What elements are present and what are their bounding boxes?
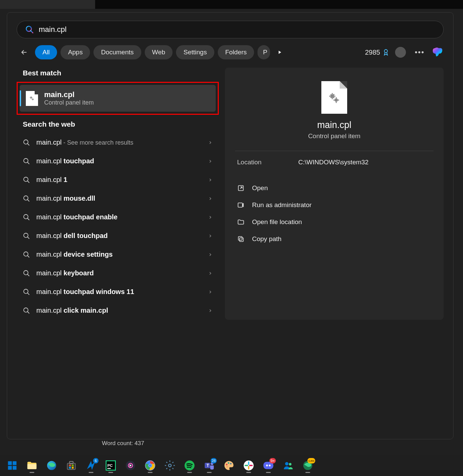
svg-point-60 — [228, 462, 229, 464]
tab-settings[interactable]: Settings — [176, 45, 214, 59]
web-result-row[interactable]: main.cpl touchpad windows 11 — [17, 282, 219, 301]
start-search-panel: All Apps Documents Web Settings Folders … — [7, 12, 453, 439]
svg-line-14 — [28, 218, 30, 220]
best-match-heading: Best match — [23, 69, 219, 77]
location-value: C:\WINDOWS\system32 — [298, 159, 369, 166]
svg-rect-29 — [239, 238, 243, 241]
taskbar-edge-canary[interactable]: CAN — [300, 457, 316, 474]
svg-point-19 — [24, 270, 28, 275]
svg-point-5 — [24, 140, 28, 144]
svg-point-13 — [24, 214, 28, 219]
chevron-right-icon — [208, 252, 213, 257]
tab-more-partial[interactable]: P — [257, 45, 270, 59]
svg-point-62 — [226, 466, 228, 468]
svg-rect-65 — [245, 465, 248, 466]
web-result-text: main.cpl touchpad enable — [36, 213, 208, 221]
window-titlebar-left — [0, 0, 95, 9]
taskbar-edge[interactable] — [43, 457, 60, 474]
svg-point-26 — [335, 98, 338, 102]
search-input[interactable] — [39, 25, 435, 34]
svg-rect-35 — [28, 464, 37, 469]
web-result-text: main.cpl touchpad — [36, 157, 208, 165]
tab-documents[interactable]: Documents — [93, 45, 141, 59]
taskbar-media[interactable] — [122, 457, 139, 474]
user-avatar[interactable] — [395, 47, 406, 58]
web-result-row[interactable]: main.cpl mouse.dll — [17, 189, 219, 208]
svg-point-3 — [30, 97, 32, 98]
action-label: Run as administrator — [252, 201, 311, 209]
search-web-heading: Search the web — [23, 120, 219, 128]
web-result-row[interactable]: main.cpl dell touchpad — [17, 226, 219, 245]
web-result-row[interactable]: main.cpl keyboard — [17, 264, 219, 282]
web-result-row[interactable]: main.cpl - See more search results — [17, 133, 219, 152]
location-label: Location — [237, 159, 298, 166]
web-result-row[interactable]: main.cpl 1 — [17, 170, 219, 189]
web-result-row[interactable]: main.cpl touchpad enable — [17, 208, 219, 226]
svg-line-6 — [28, 143, 30, 145]
taskbar-chrome[interactable] — [142, 457, 158, 474]
taskbar-pycharm[interactable]: PC — [103, 457, 119, 474]
svg-rect-46 — [107, 468, 111, 469]
svg-point-7 — [24, 158, 28, 163]
search-box[interactable] — [17, 21, 444, 38]
action-run-admin[interactable]: Run as administrator — [235, 197, 433, 214]
copy-icon — [237, 235, 245, 243]
web-result-row[interactable]: main.cpl touchpad — [17, 152, 219, 170]
search-icon — [23, 232, 30, 240]
best-match-title: main.cpl — [44, 90, 94, 99]
start-button[interactable] — [4, 457, 20, 474]
svg-rect-28 — [238, 203, 243, 207]
preview-file-icon — [321, 81, 347, 114]
chevron-right-icon — [208, 215, 213, 220]
taskbar-store[interactable] — [63, 457, 79, 474]
taskbar-slack[interactable] — [241, 457, 257, 474]
search-icon — [23, 176, 30, 184]
copilot-icon[interactable] — [431, 46, 444, 58]
tab-folders[interactable]: Folders — [218, 45, 254, 59]
svg-line-1 — [31, 31, 33, 33]
svg-point-70 — [269, 464, 270, 466]
scroll-tabs-right-icon[interactable] — [273, 50, 286, 55]
svg-point-72 — [289, 463, 292, 466]
tab-web[interactable]: Web — [145, 45, 173, 59]
action-open-location[interactable]: Open file location — [235, 214, 433, 231]
web-result-text: main.cpl mouse.dll — [36, 195, 208, 202]
taskbar-teams[interactable]: T28 — [201, 457, 217, 474]
back-button[interactable] — [17, 46, 32, 58]
taskbar-app-blue[interactable]: 6 — [83, 457, 99, 474]
taskbar-settings[interactable] — [162, 457, 178, 474]
svg-point-15 — [24, 233, 28, 237]
rewards-icon — [382, 49, 390, 56]
svg-point-21 — [24, 289, 28, 293]
taskbar-explorer[interactable] — [24, 457, 40, 474]
svg-point-71 — [285, 462, 288, 465]
web-result-text: main.cpl keyboard — [36, 269, 208, 277]
action-copy-path[interactable]: Copy path — [235, 231, 433, 248]
rewards-points[interactable]: 2985 — [365, 49, 390, 56]
taskbar-discord[interactable]: 9+ — [260, 457, 277, 474]
taskbar-spotify[interactable] — [181, 457, 198, 474]
taskbar-people[interactable] — [280, 457, 296, 474]
more-options-button[interactable]: ••• — [411, 48, 428, 57]
chevron-right-icon — [208, 234, 213, 238]
badge: CAN — [307, 458, 315, 463]
svg-point-61 — [230, 463, 232, 464]
web-result-row[interactable]: main.cpl device settings — [17, 245, 219, 264]
open-icon — [237, 184, 245, 192]
filter-tabs-row: All Apps Documents Web Settings Folders … — [17, 45, 444, 59]
web-result-row[interactable]: main.cpl click main.cpl — [17, 301, 219, 320]
svg-rect-67 — [249, 465, 253, 466]
search-icon — [23, 195, 30, 202]
badge: 6 — [93, 458, 99, 463]
badge: 9+ — [269, 458, 276, 463]
best-match-item[interactable]: main.cpl Control panel item — [20, 85, 216, 112]
points-value: 2985 — [365, 49, 380, 56]
svg-point-69 — [266, 464, 268, 466]
action-open[interactable]: Open — [235, 180, 433, 197]
tab-all[interactable]: All — [35, 45, 57, 59]
taskbar-paint[interactable] — [221, 457, 237, 474]
svg-point-4 — [32, 98, 33, 100]
tab-apps[interactable]: Apps — [60, 45, 90, 59]
web-result-text: main.cpl click main.cpl — [36, 307, 208, 314]
svg-rect-39 — [69, 464, 71, 466]
